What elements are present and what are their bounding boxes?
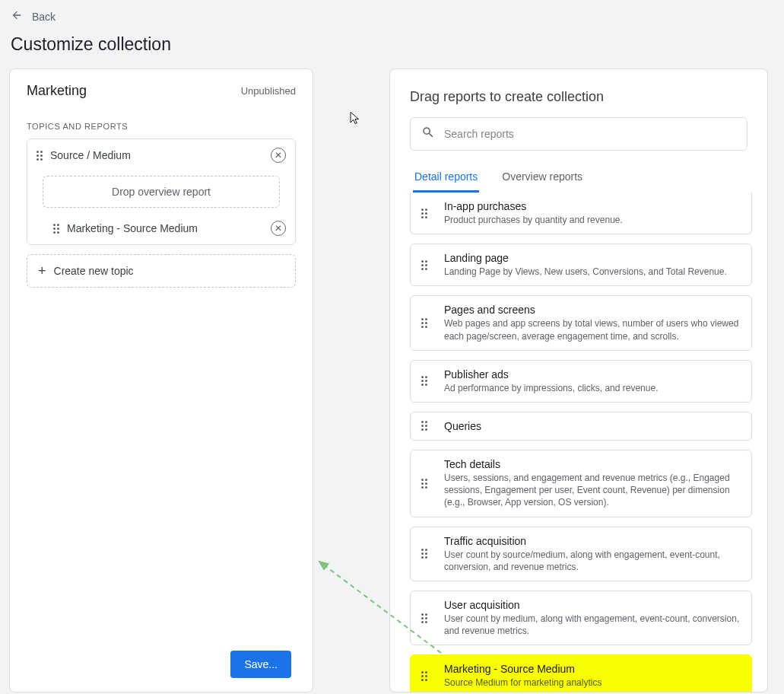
search-box[interactable]	[410, 117, 747, 151]
reports-panel: Drag reports to create collection Detail…	[389, 68, 768, 692]
collection-panel: Marketing Unpublished TOPICS AND REPORTS…	[9, 68, 313, 692]
drag-handle-icon[interactable]	[53, 224, 59, 234]
reports-panel-title: Drag reports to create collection	[390, 69, 767, 117]
page-title: Customize collection	[11, 34, 773, 55]
report-title: User acquisition	[444, 599, 741, 611]
create-topic-button[interactable]: + Create new topic	[27, 254, 296, 288]
report-title: Pages and screens	[444, 304, 741, 316]
report-description: User count by medium, along with engagem…	[444, 613, 741, 637]
report-description: Ad performance by impressions, clicks, a…	[444, 382, 741, 394]
close-icon: ✕	[275, 223, 282, 234]
close-icon: ✕	[275, 150, 282, 161]
topic-row[interactable]: Source / Medium ✕	[27, 139, 295, 171]
report-description: Product purchases by quantity and revenu…	[444, 214, 741, 226]
report-title: Tech details	[444, 458, 741, 470]
tab-detail-reports[interactable]: Detail reports	[413, 163, 479, 193]
drag-handle-icon[interactable]	[421, 421, 427, 431]
drag-handle-icon[interactable]	[421, 209, 427, 218]
arrow-left-icon	[11, 9, 23, 24]
drag-handle-icon[interactable]	[421, 376, 427, 386]
status-badge: Unpublished	[241, 85, 296, 97]
report-card[interactable]: In-app purchasesProduct purchases by qua…	[410, 193, 752, 234]
report-title: Landing page	[444, 252, 741, 264]
report-title: Publisher ads	[444, 368, 741, 380]
remove-report-button[interactable]: ✕	[271, 221, 286, 236]
report-name: Marketing - Source Medium	[67, 222, 271, 234]
drag-handle-icon[interactable]	[421, 318, 427, 328]
search-input[interactable]	[444, 128, 736, 140]
report-title: Queries	[444, 420, 741, 432]
report-title: In-app purchases	[444, 200, 741, 212]
save-button[interactable]: Save...	[230, 651, 291, 678]
report-description: Users, sessions, and engagement and reve…	[444, 472, 741, 509]
reports-list: In-app purchasesProduct purchases by qua…	[390, 193, 767, 692]
drag-handle-icon[interactable]	[421, 613, 427, 623]
topic-card: Source / Medium ✕ Drop overview report M…	[27, 138, 296, 245]
create-topic-label: Create new topic	[54, 265, 134, 277]
report-description: Source Medium for marketing analytics	[444, 676, 741, 689]
drag-handle-icon[interactable]	[421, 549, 427, 559]
report-card[interactable]: Publisher adsAd performance by impressio…	[410, 360, 752, 403]
report-description: Web pages and app screens by total views…	[444, 317, 741, 342]
report-card[interactable]: Tech detailsUsers, sessions, and engagem…	[410, 450, 752, 517]
report-card[interactable]: Traffic acquisitionUser count by source/…	[410, 527, 752, 581]
report-card[interactable]: Queries	[410, 412, 752, 441]
drag-handle-icon[interactable]	[421, 671, 427, 681]
report-description: User count by source/medium, along with …	[444, 549, 741, 573]
plus-icon: +	[38, 264, 46, 278]
drag-handle-icon[interactable]	[37, 151, 43, 161]
overview-dropzone[interactable]: Drop overview report	[43, 176, 280, 208]
topic-report-row[interactable]: Marketing - Source Medium ✕	[27, 212, 295, 244]
drag-handle-icon[interactable]	[421, 260, 427, 270]
collection-name: Marketing	[27, 83, 87, 99]
section-label: TOPICS AND REPORTS	[10, 108, 313, 138]
topic-name: Source / Medium	[50, 149, 271, 161]
report-description: Landing Page by Views, New users, Conver…	[444, 266, 741, 278]
report-card[interactable]: Landing pageLanding Page by Views, New u…	[410, 244, 752, 286]
back-label: Back	[32, 11, 56, 23]
report-title: Marketing - Source Medium	[444, 663, 741, 675]
report-card[interactable]: Pages and screensWeb pages and app scree…	[410, 295, 752, 350]
report-card[interactable]: User acquisitionUser count by medium, al…	[410, 591, 752, 645]
back-link[interactable]: Back	[11, 6, 56, 27]
remove-topic-button[interactable]: ✕	[271, 148, 286, 163]
search-icon	[421, 126, 435, 142]
report-title: Traffic acquisition	[444, 535, 741, 547]
tab-overview-reports[interactable]: Overview reports	[500, 163, 584, 193]
report-card[interactable]: Marketing - Source MediumSource Medium f…	[410, 654, 752, 692]
drag-handle-icon[interactable]	[421, 479, 427, 489]
